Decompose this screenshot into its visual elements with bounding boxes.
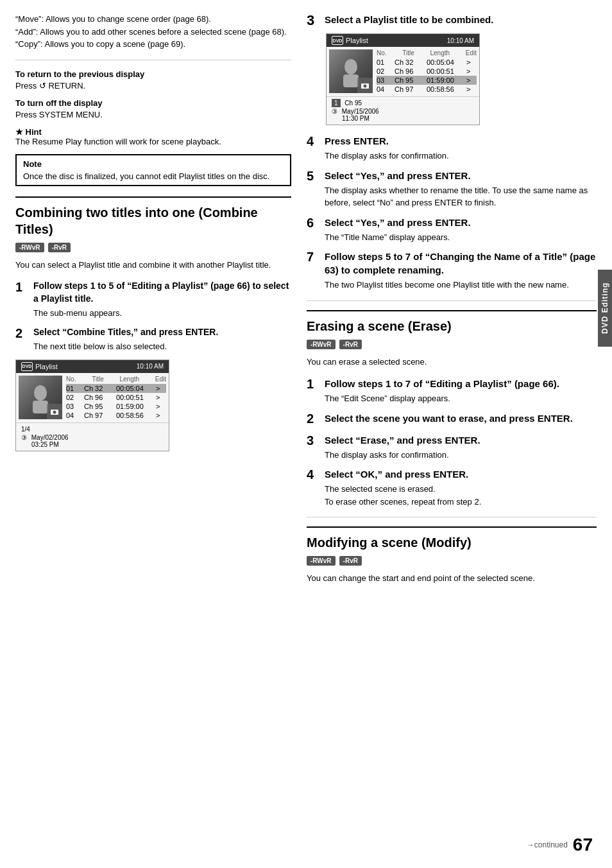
camera-icon bbox=[50, 408, 59, 415]
step-5-number: 5 bbox=[307, 169, 319, 209]
footer-counter-2: 1 Ch 95 bbox=[332, 100, 474, 107]
note-body: Once the disc is finalized, you cannot e… bbox=[23, 171, 284, 181]
erase-step-3-body: The display asks for confirmation. bbox=[325, 449, 597, 462]
playlist-counter-1: 10:10 AM bbox=[137, 363, 164, 370]
divider-modify bbox=[307, 517, 597, 517]
step-3-heading: Select a Playlist title to be combined. bbox=[325, 13, 597, 26]
camera-icon-2 bbox=[361, 82, 370, 89]
footer-date-1: ③ May/02/2006 bbox=[21, 434, 164, 441]
combine-badges: -RWvR -RvR bbox=[15, 243, 291, 252]
step-6-heading: Select “Yes,” and press ENTER. bbox=[325, 216, 597, 229]
step-3-number: 3 bbox=[307, 13, 319, 28]
row1-no: 01 bbox=[66, 385, 78, 392]
playlist-title-label-2: Playlist bbox=[346, 37, 368, 44]
step-6: 6 Select “Yes,” and press ENTER. The “Ti… bbox=[307, 216, 597, 244]
playlist-thumb-2 bbox=[329, 49, 373, 93]
step-4: 4 Press ENTER. The display asks for conf… bbox=[307, 134, 597, 162]
erase-step-1-heading: Follow steps 1 to 7 of “Editing a Playli… bbox=[325, 377, 597, 390]
combine-intro: You can select a Playlist title and comb… bbox=[15, 259, 291, 272]
svg-point-3 bbox=[53, 410, 56, 413]
right-column: 3 Select a Playlist title to be combined… bbox=[307, 13, 597, 855]
playlist-row-2-3: 03 Ch 95 01:59:00 > bbox=[377, 76, 477, 85]
playlist-footer-1: 1/4 ③ May/02/2006 03:25 PM bbox=[16, 422, 169, 451]
playlist-table-1: No. Title Length Edit 01 Ch 32 00:05:04 … bbox=[66, 376, 166, 420]
badge-rvr-erase: -RvR bbox=[339, 340, 362, 349]
step-5: 5 Select “Yes,” and press ENTER. The dis… bbox=[307, 169, 597, 209]
playlist-footer-2: 1 Ch 95 ③ May/15/2006 11:30 PM bbox=[327, 96, 479, 125]
playlist-header-1: DVD Playlist 10:10 AM bbox=[16, 360, 169, 373]
row2-edit: > bbox=[156, 394, 166, 401]
modify-section-title: Modifying a scene (Modify) bbox=[307, 526, 597, 551]
playlist-table-2: No. Title Length Edit 01 Ch 32 00:05:04 … bbox=[377, 49, 477, 94]
playlist-row-1-2: 02 Ch 96 00:00:51 > bbox=[66, 393, 166, 402]
step-6-number: 6 bbox=[307, 216, 319, 244]
intro-text: “Move”: Allows you to change scene order… bbox=[15, 13, 291, 51]
col-title-1: Title bbox=[92, 376, 104, 383]
thumb-overlay-1 bbox=[47, 404, 62, 419]
step-7-content: Follow steps 5 to 7 of “Changing the Nam… bbox=[325, 250, 597, 291]
step-1-content: Follow steps 1 to 5 of “Editing a Playli… bbox=[33, 280, 291, 320]
erase-step-1-content: Follow steps 1 to 7 of “Editing a Playli… bbox=[325, 377, 597, 405]
col-length-1: Length bbox=[119, 376, 139, 383]
dvd-icon-2: DVD bbox=[332, 36, 343, 45]
turnoff-display-body: Press SYSTEM MENU. bbox=[15, 110, 291, 119]
col-edit-1: Edit bbox=[155, 376, 166, 383]
step-6-body: The “Title Name” display appears. bbox=[325, 231, 597, 244]
row1-title: Ch 32 bbox=[84, 385, 110, 392]
continued-text: →continued bbox=[527, 840, 568, 849]
row2-title: Ch 96 bbox=[84, 394, 110, 401]
step-1-heading: Follow steps 1 to 5 of “Editing a Playli… bbox=[33, 280, 291, 305]
erase-badges: -RWvR -RvR bbox=[307, 340, 597, 349]
col-length-2: Length bbox=[430, 49, 450, 56]
erase-step-3: 3 Select “Erase,” and press ENTER. The d… bbox=[307, 433, 597, 462]
footer-time-2: 11:30 PM bbox=[332, 115, 474, 122]
row3-no: 03 bbox=[66, 403, 78, 410]
erase-section-title: Erasing a scene (Erase) bbox=[307, 310, 597, 334]
playlist-body-2: No. Title Length Edit 01 Ch 32 00:05:04 … bbox=[327, 47, 479, 96]
step-7-number: 7 bbox=[307, 250, 319, 291]
step-5-heading: Select “Yes,” and press ENTER. bbox=[325, 169, 597, 182]
playlist-row-2-2: 02 Ch 96 00:00:51 > bbox=[377, 67, 477, 76]
return-display-heading: To return to the previous display bbox=[15, 69, 291, 79]
erase-step-2-content: Select the scene you want to erase, and … bbox=[325, 412, 597, 427]
col-edit-2: Edit bbox=[466, 49, 477, 56]
step-6-content: Select “Yes,” and press ENTER. The “Titl… bbox=[325, 216, 597, 244]
col-no-2: No. bbox=[377, 49, 387, 56]
step-2-heading: Select “Combine Titles,” and press ENTER… bbox=[33, 326, 291, 339]
playlist-counter-2: 10:10 AM bbox=[447, 37, 474, 44]
step-2: 2 Select “Combine Titles,” and press ENT… bbox=[15, 326, 291, 353]
row2-no: 02 bbox=[66, 394, 78, 401]
row4-title: Ch 97 bbox=[84, 412, 110, 419]
row1-length: 00:05:04 bbox=[116, 385, 149, 392]
row4-edit: > bbox=[156, 412, 166, 419]
intro-line-1: “Move”: Allows you to change scene order… bbox=[15, 13, 291, 26]
turnoff-display-subsection: To turn off the display Press SYSTEM MEN… bbox=[15, 98, 291, 119]
step-4-number: 4 bbox=[307, 134, 319, 162]
playlist-box-1: DVD Playlist 10:10 AM bbox=[15, 360, 169, 451]
step-4-content: Press ENTER. The display asks for confir… bbox=[325, 134, 597, 162]
playlist-header-left-1: DVD Playlist bbox=[21, 362, 58, 371]
left-column: “Move”: Allows you to change scene order… bbox=[15, 13, 291, 855]
badge-rvr-modify: -RvR bbox=[339, 556, 362, 566]
badge-rwvr-modify: -RWvR bbox=[307, 556, 336, 566]
playlist-row-1-3: 03 Ch 95 01:59:00 > bbox=[66, 402, 166, 411]
thumb-overlay-2 bbox=[357, 78, 373, 93]
row1-edit: > bbox=[156, 385, 166, 392]
combine-section-title: Combining two titles into one (Combine T… bbox=[15, 196, 291, 238]
erase-step-4-number: 4 bbox=[307, 467, 319, 508]
erase-step-1: 1 Follow steps 1 to 7 of “Editing a Play… bbox=[307, 377, 597, 405]
row2-length: 00:00:51 bbox=[116, 394, 149, 401]
erase-step-3-number: 3 bbox=[307, 433, 319, 462]
modify-intro: You can change the start and end point o… bbox=[307, 572, 597, 585]
playlist-header-left-2: DVD Playlist bbox=[332, 36, 368, 45]
playlist-table-header-1: No. Title Length Edit bbox=[66, 376, 166, 383]
badge-rwvr-erase: -RWvR bbox=[307, 340, 336, 349]
erase-step-4-content: Select “OK,” and press ENTER. The select… bbox=[325, 467, 597, 508]
step-4-body: The display asks for confirmation. bbox=[325, 150, 597, 162]
step-7-heading: Follow steps 5 to 7 of “Changing the Nam… bbox=[325, 250, 597, 277]
erase-step-4-heading: Select “OK,” and press ENTER. bbox=[325, 467, 597, 481]
intro-line-2: “Add”: Allows you to add other scenes be… bbox=[15, 26, 291, 39]
col-title-2: Title bbox=[402, 49, 414, 56]
playlist-title-label-1: Playlist bbox=[35, 363, 58, 370]
note-box: Note Once the disc is finalized, you can… bbox=[15, 154, 291, 186]
